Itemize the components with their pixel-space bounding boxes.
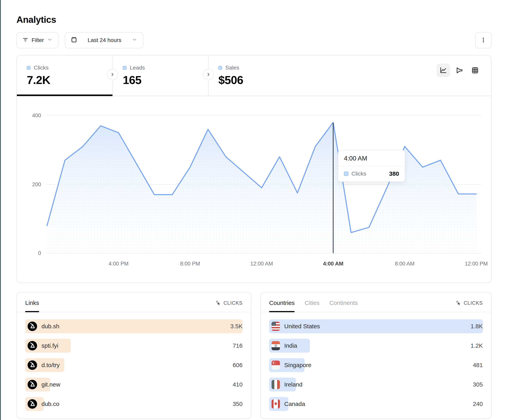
y-axis-tick-label: 200 xyxy=(32,181,41,188)
x-axis-tick-label: 4:00 AM xyxy=(323,261,343,267)
row-label: d.to/try xyxy=(41,362,60,369)
row-value: 1.2K xyxy=(471,342,483,349)
row-label: United States xyxy=(284,323,320,330)
analytics-screen: Analytics Filter xyxy=(0,0,508,420)
countries-panel: CountriesCitiesContinents CLICKS United … xyxy=(261,292,492,419)
row-value: 240 xyxy=(473,401,483,407)
dub-logo-icon xyxy=(28,341,37,350)
filter-button[interactable]: Filter xyxy=(16,32,59,48)
x-axis-tick-label: 12:00 AM xyxy=(250,261,273,267)
left-edge-divider xyxy=(0,0,1,420)
filter-icon xyxy=(22,37,28,44)
clicks-area-chart[interactable]: 02004004:00 PM8:00 PM12:00 AM4:00 AM8:00… xyxy=(17,96,491,282)
stat-card-leads[interactable]: Leads 165 xyxy=(112,56,208,96)
expand-leads-chevron-button[interactable] xyxy=(203,69,214,80)
stat-value: $506 xyxy=(218,73,304,87)
x-axis-tick-label: 4:00 PM xyxy=(109,261,128,267)
page-title: Analytics xyxy=(16,14,492,25)
row-value: 716 xyxy=(233,342,243,349)
chevron-down-icon xyxy=(132,37,137,44)
flag-singapore-icon xyxy=(272,361,280,370)
stat-card-sales[interactable]: Sales $506 xyxy=(208,56,304,96)
country-row[interactable]: United States1.8K xyxy=(269,319,483,333)
chevron-right-icon xyxy=(110,72,115,77)
tab-continents[interactable]: Continents xyxy=(329,292,358,312)
link-row[interactable]: dub.sh3.5K xyxy=(25,319,243,333)
country-row[interactable]: India1.2K xyxy=(269,339,483,353)
stat-label: Leads xyxy=(130,65,145,71)
stat-label: Clicks xyxy=(34,65,49,71)
expand-clicks-chevron-button[interactable] xyxy=(107,69,118,80)
tooltip-value: 380 xyxy=(389,170,399,177)
tab-links[interactable]: Links xyxy=(25,292,39,312)
row-label: Canada xyxy=(284,401,305,407)
clicks-series-marker xyxy=(27,66,30,70)
link-row[interactable]: d.to/try606 xyxy=(25,358,243,372)
row-value: 410 xyxy=(233,381,243,388)
x-axis-tick-label: 12:00 PM xyxy=(465,261,488,267)
row-value: 3.5K xyxy=(230,323,243,330)
chart-tooltip: 4:00 AM Clicks 380 xyxy=(338,150,405,182)
tab-countries[interactable]: Countries xyxy=(269,292,295,312)
date-range-button[interactable]: Last 24 hours xyxy=(65,32,143,48)
cursor-click-icon xyxy=(456,300,461,306)
funnel-view-button[interactable] xyxy=(453,64,466,77)
stat-card-clicks[interactable]: Clicks 7.2K xyxy=(17,56,112,96)
link-row[interactable]: spti.fyi716 xyxy=(25,339,243,353)
link-row[interactable]: git.new410 xyxy=(25,378,243,391)
chevron-down-icon xyxy=(47,37,52,44)
funnel-icon xyxy=(455,66,463,74)
y-axis-tick-label: 0 xyxy=(38,250,41,256)
leads-series-marker xyxy=(123,66,127,70)
stat-value: 165 xyxy=(123,73,208,87)
chevron-right-icon xyxy=(206,72,211,77)
links-panel: Links CLICKS dub.sh3.5Kspti.fyi716d.to/t… xyxy=(16,292,251,419)
row-value: 606 xyxy=(233,362,243,369)
toolbar: Filter Last 24 hours xyxy=(16,32,492,48)
stat-value: 7.2K xyxy=(27,73,112,87)
sales-series-marker xyxy=(218,66,222,70)
countries-metric-header[interactable]: CLICKS xyxy=(456,292,483,306)
line-chart-view-button[interactable] xyxy=(437,64,450,77)
stat-label: Sales xyxy=(225,65,239,71)
more-options-button[interactable] xyxy=(475,32,492,48)
tooltip-time: 4:00 AM xyxy=(338,150,405,166)
flag-us-icon xyxy=(272,322,280,331)
clicks-series-marker xyxy=(344,172,348,176)
tab-cities[interactable]: Cities xyxy=(305,292,319,312)
row-value: 1.8K xyxy=(471,323,483,330)
link-row[interactable]: dub.co350 xyxy=(25,397,243,411)
row-label: dub.sh xyxy=(41,323,59,330)
stats-row: Clicks 7.2K Leads 165 Sale xyxy=(17,56,491,96)
flag-canada-icon xyxy=(272,399,280,408)
y-axis-tick-label: 400 xyxy=(32,113,41,118)
row-value: 481 xyxy=(473,362,483,369)
dub-logo-icon xyxy=(28,399,37,409)
row-value: 305 xyxy=(473,381,483,388)
table-view-button[interactable] xyxy=(469,64,482,77)
dub-logo-icon xyxy=(28,360,37,370)
row-label: dub.co xyxy=(41,401,59,407)
dub-logo-icon xyxy=(28,380,37,389)
cursor-click-icon xyxy=(215,300,221,306)
country-row[interactable]: Singapore481 xyxy=(269,358,483,372)
links-metric-header[interactable]: CLICKS xyxy=(215,292,243,306)
line-chart-icon xyxy=(439,66,447,74)
row-label: git.new xyxy=(41,381,60,388)
date-range-label: Last 24 hours xyxy=(80,37,128,43)
country-row[interactable]: Ireland305 xyxy=(269,378,483,391)
x-axis-tick-label: 8:00 PM xyxy=(180,261,200,267)
dub-logo-icon xyxy=(28,322,37,331)
country-row[interactable]: Canada240 xyxy=(269,397,483,411)
grid-table-icon xyxy=(471,66,479,74)
analytics-panel: Clicks 7.2K Leads 165 Sale xyxy=(16,55,492,283)
row-label: Singapore xyxy=(284,362,311,369)
kebab-menu-icon xyxy=(480,37,486,43)
calendar-icon xyxy=(71,36,77,44)
row-label: India xyxy=(284,342,297,349)
row-label: Ireland xyxy=(284,381,302,388)
active-stat-underline xyxy=(17,94,112,96)
row-value: 350 xyxy=(233,401,243,407)
filter-button-label: Filter xyxy=(31,37,44,43)
row-label: spti.fyi xyxy=(41,342,58,349)
